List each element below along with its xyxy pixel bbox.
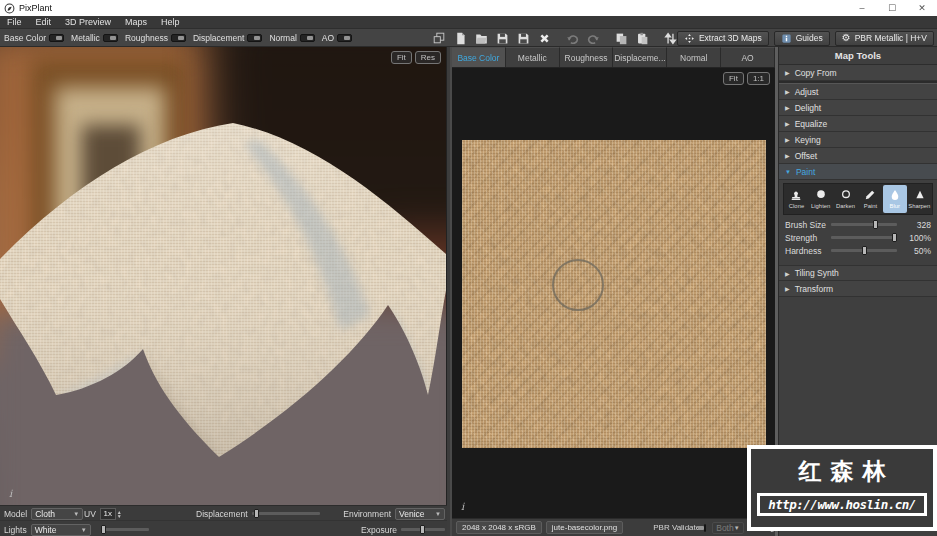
- maximize-button[interactable]: ☐: [877, 0, 907, 16]
- displacement-toggle[interactable]: [247, 34, 262, 42]
- filename-button[interactable]: jute-basecolor.png: [546, 521, 623, 534]
- extract-3d-maps-button[interactable]: Extract 3D Maps: [677, 31, 769, 46]
- section-copy-from[interactable]: ▶ Copy From: [779, 65, 937, 81]
- displacement-slider[interactable]: [252, 512, 320, 515]
- strength-slider[interactable]: [831, 236, 897, 239]
- displacement-label: Displacement: [196, 509, 248, 519]
- section-adjust[interactable]: ▶ Adjust: [779, 84, 937, 100]
- pbr-validate-toggle[interactable]: [704, 524, 706, 532]
- channel-roughness: Roughness: [125, 33, 186, 43]
- paint-tool-darken[interactable]: Darken: [833, 185, 858, 213]
- tab-normal[interactable]: Normal: [667, 47, 721, 67]
- spin-down-icon[interactable]: ▼: [117, 514, 122, 518]
- uv-stepper[interactable]: 1x ▲▼: [100, 508, 122, 520]
- 2d-one-to-one-button[interactable]: 1:1: [747, 72, 770, 85]
- darken-circle-icon: [840, 189, 852, 201]
- paint-tool-paint[interactable]: Paint: [858, 185, 883, 213]
- chevron-down-icon: ▼: [785, 169, 791, 175]
- 3d-res-button[interactable]: Res: [415, 51, 441, 64]
- uv-value: 1x: [100, 508, 116, 520]
- undo-button[interactable]: [564, 31, 581, 46]
- menu-help[interactable]: Help: [154, 16, 187, 29]
- lights-slider[interactable]: [101, 528, 149, 531]
- 3d-fit-button[interactable]: Fit: [391, 51, 412, 64]
- lights-value: White: [35, 525, 57, 535]
- exposure-slider[interactable]: [401, 528, 445, 531]
- channel-label: Normal: [269, 33, 296, 43]
- resolution-button[interactable]: 2048 x 2048 x sRGB: [456, 521, 542, 534]
- close-button[interactable]: ✕: [907, 0, 937, 16]
- hardness-slider[interactable]: [831, 249, 897, 252]
- menu-edit[interactable]: Edit: [29, 16, 59, 29]
- channel-ao: AO: [322, 33, 352, 43]
- popout-window-icon[interactable]: [432, 31, 446, 45]
- paint-tool-sharpen[interactable]: Sharpen: [907, 185, 932, 213]
- lighten-circle-icon: [815, 189, 827, 201]
- minimize-button[interactable]: –: [847, 0, 877, 16]
- 3d-info-icon[interactable]: i: [9, 488, 12, 499]
- channel-normal: Normal: [269, 33, 314, 43]
- pbr-mode-button[interactable]: ⚙ PBR Metallic | H+V: [835, 31, 934, 46]
- section-label: Offset: [795, 151, 818, 161]
- lights-select[interactable]: White▼: [31, 524, 91, 536]
- section-delight[interactable]: ▶ Delight: [779, 100, 937, 116]
- section-label: Equalize: [795, 119, 828, 129]
- redo-button[interactable]: [585, 31, 602, 46]
- hardness-value: 50%: [903, 246, 931, 256]
- paint-tool-lighten[interactable]: Lighten: [809, 185, 834, 213]
- normal-toggle[interactable]: [300, 34, 315, 42]
- menu-3d-preview[interactable]: 3D Preview: [58, 16, 118, 29]
- chevron-down-icon: ▼: [81, 527, 87, 533]
- 2d-info-icon[interactable]: i: [461, 501, 464, 512]
- paste-button[interactable]: [634, 31, 651, 46]
- pixplant-window: PixPlant – ☐ ✕ File Edit 3D Preview Maps…: [0, 0, 937, 536]
- 3d-preview-viewport[interactable]: Fit Res i: [0, 47, 447, 505]
- pbr-label: PBR Metallic | H+V: [855, 33, 927, 43]
- tab-ao[interactable]: AO: [721, 47, 775, 67]
- tool-label: Blur: [890, 202, 900, 208]
- brush-size-value: 328: [903, 220, 931, 230]
- section-label: Paint: [796, 167, 815, 177]
- chevron-right-icon: ▶: [785, 69, 790, 76]
- section-equalize[interactable]: ▶ Equalize: [779, 116, 937, 132]
- roughness-toggle[interactable]: [171, 34, 186, 42]
- section-label: Tiling Synth: [795, 268, 839, 278]
- tab-metallic[interactable]: Metallic: [506, 47, 560, 67]
- menu-file[interactable]: File: [0, 16, 29, 29]
- close-image-button[interactable]: [536, 31, 553, 46]
- tab-base-color[interactable]: Base Color: [452, 47, 506, 67]
- save-button[interactable]: [494, 31, 511, 46]
- section-tiling-synth[interactable]: ▶ Tiling Synth: [779, 265, 937, 281]
- section-offset[interactable]: ▶ Offset: [779, 148, 937, 164]
- model-value: Cloth: [35, 509, 55, 519]
- sharpen-triangle-icon: [914, 189, 926, 201]
- texture-canvas[interactable]: Fit 1:1 i: [452, 68, 775, 518]
- metallic-toggle[interactable]: [103, 34, 118, 42]
- 3d-controls-row-2: Lights White▼ Exposure: [0, 520, 447, 536]
- map-tools-title: Map Tools: [779, 47, 937, 65]
- watermark-title: 红森林: [751, 456, 933, 487]
- guides-button[interactable]: Guides: [774, 31, 830, 46]
- channel-toggles: Base Color Metallic Roughness Displaceme…: [4, 29, 359, 47]
- brush-size-slider[interactable]: [831, 223, 897, 226]
- jute-texture-image[interactable]: [462, 140, 766, 448]
- menu-maps[interactable]: Maps: [118, 16, 154, 29]
- strength-label: Strength: [785, 233, 831, 243]
- channel-base-color: Base Color: [4, 33, 64, 43]
- ao-toggle[interactable]: [337, 34, 352, 42]
- base-color-toggle[interactable]: [49, 34, 64, 42]
- tab-roughness[interactable]: Roughness: [560, 47, 614, 67]
- copy-button[interactable]: [613, 31, 630, 46]
- open-file-button[interactable]: [473, 31, 490, 46]
- section-paint[interactable]: ▼ Paint: [779, 164, 937, 180]
- section-transform[interactable]: ▶ Transform: [779, 281, 937, 297]
- 2d-fit-button[interactable]: Fit: [723, 72, 744, 85]
- save-as-button[interactable]: [515, 31, 532, 46]
- environment-select[interactable]: Venice▼: [395, 508, 445, 520]
- new-file-button[interactable]: [452, 31, 469, 46]
- section-keying[interactable]: ▶ Keying: [779, 132, 937, 148]
- paint-tool-clone[interactable]: Clone: [784, 185, 809, 213]
- paint-tool-blur[interactable]: Blur: [883, 185, 908, 213]
- tab-displacement[interactable]: Displaceme...: [613, 47, 667, 67]
- model-select[interactable]: Cloth▼: [31, 508, 83, 520]
